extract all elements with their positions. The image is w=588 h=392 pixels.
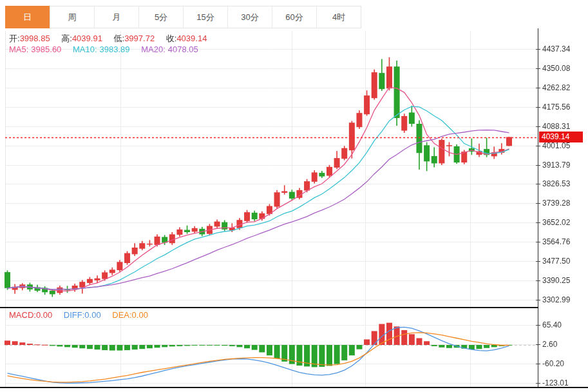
timeframe-tab-3[interactable]: 5分 — [138, 6, 183, 28]
timeframe-tab-0[interactable]: 日 — [5, 6, 50, 28]
main-y-tick-label: 3652.02 — [542, 218, 570, 227]
open-value: 3998.85 — [20, 34, 50, 43]
ma20-label: MA20: — [141, 44, 166, 54]
high-value: 4039.91 — [72, 34, 102, 43]
main-y-tick-label: 4088.31 — [542, 122, 570, 131]
kline-chart-canvas[interactable] — [0, 0, 588, 392]
macd-y-tick-label: -60.20 — [542, 359, 564, 368]
low-value: 3997.72 — [124, 34, 155, 43]
timeframe-tab-7[interactable]: 4时 — [316, 6, 361, 28]
diff-value: 0.00 — [84, 310, 100, 320]
main-y-tick-label: 4175.56 — [542, 103, 570, 112]
main-y-tick-label: 3477.50 — [542, 257, 570, 266]
dea-value: 0.00 — [132, 310, 148, 320]
main-y-tick-label: 4437.34 — [542, 44, 570, 54]
kline-chart-app: 日周月5分15分30分60分4时 开:3998.85 高:4039.91 低:3… — [0, 0, 588, 392]
ma20-value: 4078.05 — [168, 44, 198, 54]
macd-value: 0.00 — [36, 310, 52, 320]
macd-label: MACD: — [9, 310, 36, 320]
timeframe-tab-1[interactable]: 周 — [50, 6, 94, 28]
main-y-tick-label: 4262.82 — [542, 83, 570, 92]
macd-y-tick-label: -123.01 — [542, 378, 569, 387]
timeframe-tabbar: 日周月5分15分30分60分4时 — [5, 6, 361, 28]
timeframe-tab-4[interactable]: 15分 — [183, 6, 227, 28]
dea-label: DEA: — [112, 310, 131, 320]
ma10-label: MA10: — [73, 44, 97, 54]
main-y-tick-label: 3913.79 — [542, 161, 570, 170]
main-y-tick-label: 3564.76 — [542, 237, 570, 246]
high-label: 高: — [61, 34, 72, 43]
ma10-value: 3983.89 — [100, 44, 130, 54]
current-price-badge: 4039.14 — [539, 132, 583, 142]
close-label: 收: — [166, 34, 177, 43]
ma5-label: MA5: — [9, 44, 28, 54]
macd-y-tick-label: 2.60 — [542, 340, 557, 349]
ma-readout: MA5:3985.60 MA10:3983.89 MA20:4078.05 — [9, 44, 207, 54]
main-y-tick-label: 3302.99 — [542, 295, 570, 304]
main-y-tick-label: 3826.53 — [542, 179, 570, 188]
macd-readout: MACD:0.00 DIFF:0.00 DEA:0.00 — [9, 310, 157, 320]
diff-label: DIFF: — [64, 310, 85, 320]
low-label: 低: — [114, 34, 125, 43]
open-label: 开: — [9, 34, 20, 43]
close-value: 4039.14 — [176, 34, 207, 43]
ma5-value: 3985.60 — [31, 44, 61, 54]
timeframe-tab-2[interactable]: 月 — [94, 6, 138, 28]
timeframe-tab-5[interactable]: 30分 — [227, 6, 272, 28]
main-y-tick-label: 3390.25 — [542, 276, 570, 285]
main-y-tick-label: 4350.08 — [542, 64, 570, 73]
ohlc-readout: 开:3998.85 高:4039.91 低:3997.72 收:4039.14 — [9, 33, 216, 44]
main-y-tick-label: 3739.28 — [542, 199, 570, 208]
timeframe-tab-6[interactable]: 60分 — [272, 6, 316, 28]
macd-y-tick-label: 65.40 — [542, 320, 562, 329]
